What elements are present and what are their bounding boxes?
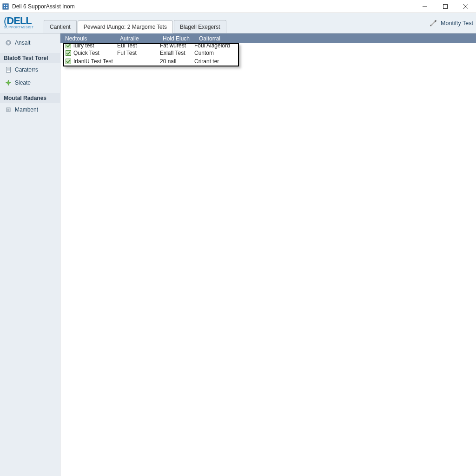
sidebar-heading-moutal: Moutal Radanes xyxy=(0,93,60,103)
cell-value: Eul Test xyxy=(117,44,160,49)
cell-value: 20 nall xyxy=(160,58,194,65)
cell-value: Crirant ter xyxy=(194,58,236,65)
sidebar-item-label: Sieate xyxy=(15,79,31,86)
pencil-icon[interactable] xyxy=(429,19,438,28)
test-icon xyxy=(65,44,72,49)
tab-pevward[interactable]: Pevward lAungo: 2 Margomc Tets xyxy=(78,20,173,33)
main-content: Nedtouls Autraile Hold Eluch Oaltorral l… xyxy=(60,33,476,476)
dell-wordmark-text: DELL xyxy=(7,15,31,26)
close-button[interactable] xyxy=(456,0,476,13)
gear-icon xyxy=(5,39,12,46)
svg-marker-9 xyxy=(430,21,436,26)
sidebar-heading-label: Moutal Radanes xyxy=(4,95,46,101)
cell-value: Ful Test xyxy=(117,50,160,56)
table-row[interactable]: luiry test Eul Test Fat wurest Foul Alag… xyxy=(64,44,238,49)
sidebar-item-ansalt[interactable]: Ansalt xyxy=(0,36,60,49)
tab-blagell[interactable]: Blagell Exegerst xyxy=(174,20,226,33)
header: (DELL supportassist Cantient Pevward lAu… xyxy=(0,13,476,33)
sidebar-item-label: Ansalt xyxy=(15,40,30,46)
cell-value: Fat wurest xyxy=(160,44,194,49)
body: Ansalt Blato6 Test Torel Caraterrs xyxy=(0,33,476,476)
test-options-box: luiry test Eul Test Fat wurest Foul Alag… xyxy=(63,43,239,66)
header-action-label[interactable]: Montifty Test xyxy=(441,20,473,26)
cell-value: Cuntom xyxy=(194,50,236,56)
maximize-button[interactable] xyxy=(435,0,456,13)
sidebar-item-mambent[interactable]: Mambent xyxy=(0,103,60,116)
tabstrip: Cantient Pevward lAungo: 2 Margomc Tets … xyxy=(44,19,226,33)
sidebar-heading-blato6: Blato6 Test Torel xyxy=(0,53,60,63)
sidebar-item-caraterrs[interactable]: Caraterrs xyxy=(0,63,60,76)
svg-marker-18 xyxy=(6,80,11,86)
sidebar-item-label: Mambent xyxy=(15,106,38,113)
header-actions: Montifty Test xyxy=(429,13,476,33)
sidebar: Ansalt Blato6 Test Torel Caraterrs xyxy=(0,33,60,476)
svg-rect-0 xyxy=(3,4,8,9)
table-row[interactable]: Quick Test Ful Test Exlafl Test Cuntom xyxy=(64,49,238,57)
column-header[interactable]: Oaltorral xyxy=(199,35,255,42)
app-icon xyxy=(2,3,9,10)
svg-rect-14 xyxy=(7,67,11,73)
document-icon xyxy=(5,66,12,73)
cell-value: Exlafl Test xyxy=(160,50,194,56)
svg-point-13 xyxy=(7,42,9,44)
column-header[interactable]: Autraile xyxy=(120,35,163,42)
sidebar-item-sieate[interactable]: Sieate xyxy=(0,76,60,89)
test-icon xyxy=(65,58,72,65)
cell-value: Foul Alagelord xyxy=(194,44,236,49)
column-header-row: Nedtouls Autraile Hold Eluch Oaltorral xyxy=(60,33,476,43)
dell-wordmark: (DELL xyxy=(4,17,60,25)
cell-value: Quick Test xyxy=(73,50,99,56)
svg-rect-4 xyxy=(6,7,7,8)
svg-rect-1 xyxy=(4,5,5,6)
cell-value: luiry test xyxy=(73,44,94,49)
titlebar: Dell 6 SupporAssist Inom xyxy=(0,0,476,13)
cell-value: IrlanlU Test Test xyxy=(73,58,113,65)
column-header[interactable]: Hold Eluch xyxy=(163,35,199,42)
chip-icon xyxy=(5,106,12,113)
minimize-button[interactable] xyxy=(415,0,435,13)
svg-rect-3 xyxy=(4,7,5,8)
svg-rect-20 xyxy=(7,109,9,111)
sidebar-heading-label: Blato6 Test Torel xyxy=(4,55,48,61)
window-title: Dell 6 SupporAssist Inom xyxy=(12,3,75,10)
test-icon xyxy=(65,50,72,56)
table-row[interactable]: IrlanlU Test Test 20 nall Crirant ter xyxy=(64,57,238,66)
sidebar-item-label: Caraterrs xyxy=(15,66,38,73)
sparkle-icon xyxy=(5,79,12,86)
svg-rect-2 xyxy=(6,5,7,6)
svg-rect-6 xyxy=(443,4,448,8)
column-header[interactable]: Nedtouls xyxy=(65,35,120,42)
